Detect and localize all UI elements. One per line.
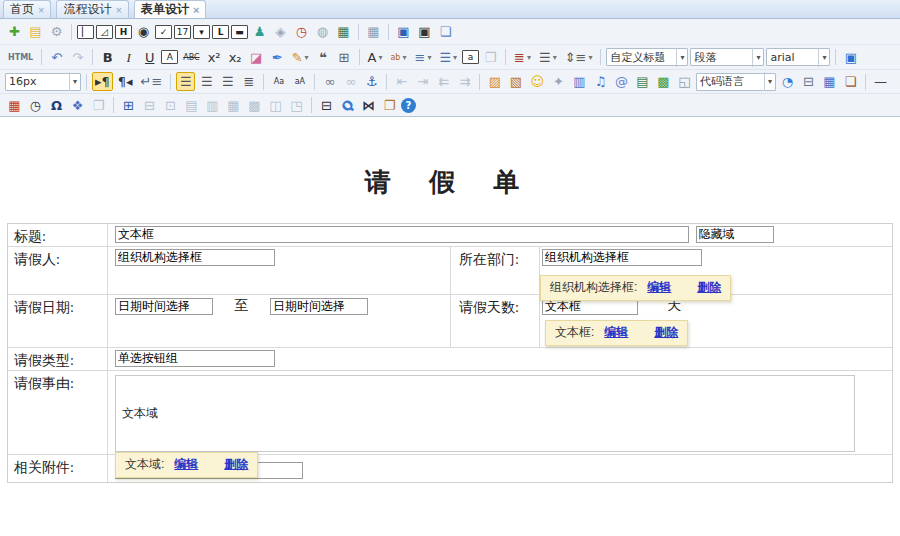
tooltip-delete-link[interactable]: 删除 (697, 279, 721, 296)
search-icon[interactable]: Ϙ (334, 92, 361, 119)
tab-process-design[interactable]: 流程设计 × (56, 0, 128, 18)
uppercase-icon[interactable]: Aa (269, 72, 288, 91)
find-replace-icon[interactable]: ⋈ (359, 96, 378, 115)
save-icon[interactable]: ▣ (394, 22, 413, 41)
textbox-control-icon[interactable]: ▏ (77, 25, 94, 39)
tooltip-edit-link[interactable]: 编辑 (174, 456, 198, 473)
subscript-icon[interactable]: x₂ (226, 48, 245, 67)
tooltip-edit-link[interactable]: 编辑 (604, 324, 628, 341)
bullet-list-icon[interactable]: ☰ (436, 48, 460, 67)
calendar-icon[interactable]: ▦ (5, 96, 24, 115)
link-icon[interactable]: ∞ (320, 72, 339, 91)
undo-icon[interactable]: ↶ (47, 48, 66, 67)
inline-code-icon[interactable]: a (462, 50, 479, 64)
para-spacing-icon[interactable]: ⇕≡ (562, 48, 596, 67)
textarea-control-icon[interactable]: ◿ (96, 25, 113, 39)
macro-control-icon[interactable]: ◈ (271, 22, 290, 41)
report-icon[interactable]: ▤ (633, 72, 652, 91)
attachment-icon[interactable]: @ (612, 72, 631, 91)
tab-close-icon[interactable]: × (193, 5, 199, 15)
anchor-icon[interactable]: ⚓ (362, 72, 381, 91)
paragraph-format-select[interactable]: 段落 (690, 48, 764, 66)
lowercase-icon[interactable]: aA (290, 72, 309, 91)
tooltip-edit-link[interactable]: 编辑 (647, 279, 671, 296)
date-to-field[interactable] (270, 298, 368, 315)
upload-control-icon[interactable]: ◍ (313, 22, 332, 41)
hidden-field-control-icon[interactable]: H (115, 25, 132, 39)
eraser-icon[interactable]: ◪ (247, 48, 266, 67)
user-select-control-icon[interactable]: ♟ (250, 22, 269, 41)
open-form-icon[interactable]: ▤ (26, 22, 45, 41)
tab-form-design[interactable]: 表单设计 × (134, 0, 206, 18)
html-source-button[interactable]: HTML (5, 48, 36, 67)
print-icon[interactable]: ⊟ (317, 96, 336, 115)
code-language-select[interactable]: 代码语言 (696, 73, 776, 91)
label-control-icon[interactable]: L (212, 25, 229, 39)
ordered-list-icon[interactable]: ≡ (411, 48, 434, 67)
hidden-field[interactable] (696, 226, 774, 243)
date-from-field[interactable] (115, 298, 213, 315)
map-multi-icon[interactable]: ❖ (68, 96, 87, 115)
select-control-icon[interactable]: ▾ (193, 25, 210, 39)
tooltip-delete-link[interactable]: 删除 (654, 324, 678, 341)
emoticon-icon[interactable]: ☺ (527, 72, 547, 91)
align-left-icon[interactable]: ☰ (176, 72, 195, 91)
font-size-select[interactable]: 16px (5, 73, 81, 91)
table-info-icon[interactable]: ▦ (364, 22, 383, 41)
align-full-icon[interactable]: ≣ (511, 48, 534, 67)
department-org-select-field[interactable] (542, 249, 702, 266)
hr-icon[interactable]: — (871, 72, 890, 91)
tab-home[interactable]: 首页 × (3, 0, 51, 18)
tab-close-icon[interactable]: × (115, 5, 121, 15)
checkbox-control-icon[interactable]: ✓ (155, 25, 172, 39)
leave-type-radio-group-field[interactable] (115, 350, 275, 367)
help-icon[interactable]: ? (401, 98, 416, 113)
new-form-icon[interactable]: ✚ (5, 22, 24, 41)
align-right-icon[interactable]: ☰ (218, 72, 237, 91)
superscript-icon[interactable]: x² (205, 48, 224, 67)
screenshot-icon[interactable]: ◱ (675, 72, 694, 91)
highlight-color-icon[interactable]: ab (387, 48, 409, 67)
table-layout-icon[interactable]: ▦ (820, 72, 839, 91)
align-center-icon[interactable]: ☰ (197, 72, 216, 91)
page-break-icon[interactable]: ⊟ (799, 72, 818, 91)
requester-org-select-field[interactable] (115, 249, 275, 266)
button-control-icon[interactable]: ▬ (231, 25, 248, 39)
save-template-icon[interactable]: ❏ (436, 22, 455, 41)
image-icon[interactable]: ▨ (485, 72, 504, 91)
line-height-icon[interactable]: ☰ (536, 48, 560, 67)
title-textbox-field[interactable] (115, 226, 689, 243)
font-border-icon[interactable]: A (161, 50, 178, 64)
line-break-icon[interactable]: ↵≡ (138, 72, 166, 91)
media-icon[interactable]: ▥ (570, 72, 589, 91)
date-clock-control-icon[interactable]: ◷ (292, 22, 311, 41)
text-direction-ltr-icon[interactable]: ▸¶ (92, 72, 113, 91)
paste-icon[interactable]: ❐ (380, 96, 399, 115)
strikethrough-icon[interactable]: ABC (180, 48, 202, 67)
text-direction-rtl-icon[interactable]: ¶◂ (115, 72, 136, 91)
table-edit-icon[interactable]: ⊞ (335, 48, 354, 67)
stamp-icon[interactable]: ❏ (841, 72, 860, 91)
browser-preview-icon[interactable]: ◔ (778, 72, 797, 91)
tooltip-delete-link[interactable]: 删除 (224, 456, 248, 473)
tab-close-icon[interactable]: × (38, 5, 44, 15)
form-config-icon[interactable]: ⚙ (47, 22, 66, 41)
heading-style-select[interactable]: 自定义标题 (606, 48, 688, 66)
datetime-control-icon[interactable]: 17 (174, 25, 191, 39)
underline-icon[interactable]: U (140, 48, 159, 67)
blockquote-icon[interactable]: ❝ (314, 48, 333, 67)
form-design-canvas[interactable]: 请 假 单 标题: 请假人: 所在部门: 请假日期: (0, 117, 900, 536)
flash-icon[interactable]: ✦ (549, 72, 568, 91)
radio-control-icon[interactable]: ◉ (134, 22, 153, 41)
bold-icon[interactable]: B (98, 48, 117, 67)
clock-icon[interactable]: ◷ (26, 96, 45, 115)
leave-reason-textarea-field[interactable]: 文本域 (115, 375, 855, 452)
clear-format-icon[interactable]: ✒ (268, 48, 287, 67)
insert-table-icon[interactable]: ⊞ (119, 96, 138, 115)
align-justify-icon[interactable]: ≣ (239, 72, 258, 91)
font-family-select[interactable]: arial (766, 48, 830, 66)
fullscreen-icon[interactable]: ▣ (841, 48, 860, 67)
paint-format-icon[interactable]: ✎ (289, 48, 312, 67)
font-color-icon[interactable]: A (365, 48, 386, 67)
italic-icon[interactable]: I (119, 48, 138, 67)
